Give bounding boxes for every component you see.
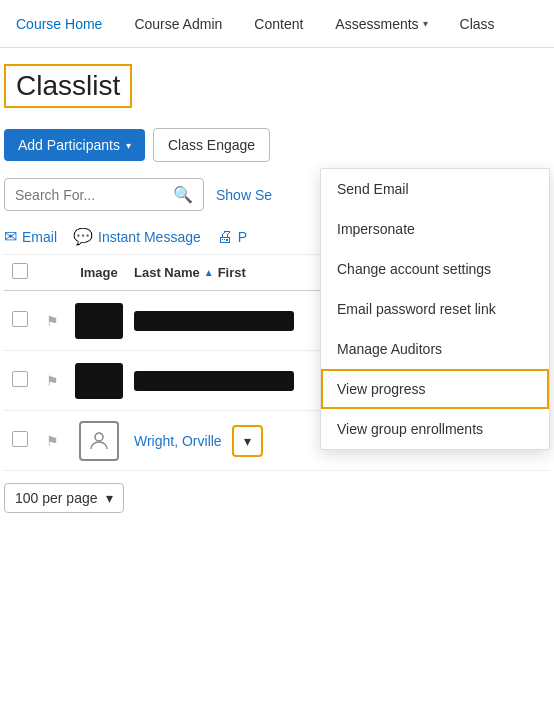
- search-box[interactable]: 🔍: [4, 178, 204, 211]
- row3-flag: ⚑: [40, 433, 64, 449]
- menu-item-email-password-reset[interactable]: Email password reset link: [321, 289, 549, 329]
- show-settings-link[interactable]: Show Se: [216, 187, 272, 203]
- instant-message-action-button[interactable]: 💬 Instant Message: [73, 227, 201, 246]
- menu-item-view-group-enrollments[interactable]: View group enrollments: [321, 409, 549, 449]
- top-nav: Course Home Course Admin Content Assessm…: [0, 0, 554, 48]
- menu-item-send-email[interactable]: Send Email: [321, 169, 549, 209]
- menu-item-manage-auditors[interactable]: Manage Auditors: [321, 329, 549, 369]
- content-area: Classlist Add Participants ▾ Class Engag…: [0, 48, 554, 525]
- toolbar: Add Participants ▾ Class Engage Send Ema…: [4, 116, 550, 170]
- chat-icon: 💬: [73, 227, 93, 246]
- search-input[interactable]: [15, 187, 173, 203]
- row1-checkbox[interactable]: [4, 311, 40, 330]
- row3-avatar: [64, 421, 134, 461]
- select-all-checkbox[interactable]: [4, 263, 40, 282]
- email-icon: ✉: [4, 227, 17, 246]
- flag-icon: ⚑: [46, 373, 59, 389]
- image-col-header: Image: [64, 265, 134, 280]
- search-icon: 🔍: [173, 185, 193, 204]
- redacted-image: [75, 303, 123, 339]
- add-participants-chevron-icon: ▾: [126, 140, 131, 151]
- per-page-chevron-icon: ▾: [106, 490, 113, 506]
- row1-flag: ⚑: [40, 313, 64, 329]
- avatar-placeholder: [79, 421, 119, 461]
- redacted-name-bar: [134, 371, 294, 391]
- menu-item-view-progress[interactable]: View progress: [321, 369, 549, 409]
- flag-icon: ⚑: [46, 313, 59, 329]
- email-action-button[interactable]: ✉ Email: [4, 227, 57, 246]
- row3-dropdown-button[interactable]: ▾: [232, 425, 263, 457]
- svg-point-0: [95, 433, 103, 441]
- menu-item-change-account-settings[interactable]: Change account settings: [321, 249, 549, 289]
- redacted-name-bar: [134, 311, 294, 331]
- sort-arrow-icon: ▲: [204, 267, 214, 278]
- flag-icon: ⚑: [46, 433, 59, 449]
- nav-course-home[interactable]: Course Home: [0, 0, 118, 48]
- per-page-selector[interactable]: 100 per page ▾: [4, 483, 124, 513]
- menu-item-impersonate[interactable]: Impersonate: [321, 209, 549, 249]
- row1-avatar: [64, 303, 134, 339]
- page-title: Classlist: [4, 64, 132, 108]
- pagination-row: 100 per page ▾: [4, 471, 550, 525]
- nav-class[interactable]: Class: [444, 0, 511, 48]
- context-menu-panel: Send Email Impersonate Change account se…: [320, 168, 550, 450]
- nav-course-admin[interactable]: Course Admin: [118, 0, 238, 48]
- add-participants-button[interactable]: Add Participants ▾: [4, 129, 145, 161]
- redacted-image: [75, 363, 123, 399]
- class-engage-button[interactable]: Class Engage: [153, 128, 270, 162]
- row3-checkbox[interactable]: [4, 431, 40, 450]
- row3-person-name[interactable]: Wright, Orville: [134, 433, 222, 449]
- print-action-button[interactable]: 🖨 P: [217, 228, 247, 246]
- nav-assessments[interactable]: Assessments ▾: [319, 0, 443, 48]
- row2-flag: ⚑: [40, 373, 64, 389]
- app-container: Course Home Course Admin Content Assessm…: [0, 0, 554, 525]
- page-header: Classlist: [4, 48, 550, 116]
- assessments-chevron-icon: ▾: [423, 18, 428, 29]
- row2-avatar: [64, 363, 134, 399]
- dropdown-chevron-icon: ▾: [244, 433, 251, 449]
- nav-content[interactable]: Content: [238, 0, 319, 48]
- print-icon: 🖨: [217, 228, 233, 246]
- row2-checkbox[interactable]: [4, 371, 40, 390]
